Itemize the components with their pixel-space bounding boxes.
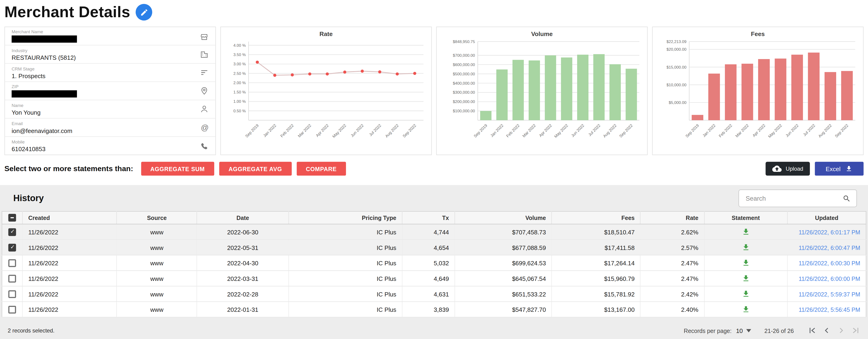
- date-cell: 2022-01-31: [197, 302, 288, 317]
- history-table-wrap: CreatedSourceDatePricing TypeTxVolumeFee…: [2, 211, 866, 317]
- table-row: 11/26/2022www2022-02-28IC Plus4,631$651,…: [2, 286, 866, 302]
- table-row: 11/26/2022www2022-06-30IC Plus4,744$707,…: [2, 224, 866, 240]
- dropdown-caret-icon: [746, 329, 751, 332]
- svg-text:Sep 2019: Sep 2019: [244, 123, 259, 139]
- fees-cell: $15,960.79: [552, 271, 641, 286]
- svg-text:Aug 2022: Aug 2022: [817, 123, 833, 139]
- volume-chart-title: Volume: [437, 30, 647, 37]
- svg-text:Sep 2022: Sep 2022: [618, 123, 633, 139]
- volume-cell: $547,827.70: [455, 302, 552, 317]
- statement-cell: [704, 224, 787, 240]
- tx-cell: 4,654: [402, 239, 455, 255]
- svg-text:Aug 2022: Aug 2022: [384, 123, 400, 139]
- excel-button[interactable]: Excel: [815, 162, 864, 176]
- svg-text:1.50 %: 1.50 %: [234, 90, 246, 94]
- download-statement-button[interactable]: [742, 274, 750, 283]
- person-icon: [200, 105, 209, 113]
- statement-cell: [704, 239, 787, 255]
- svg-text:May 2022: May 2022: [767, 123, 783, 139]
- source-cell: www: [117, 239, 197, 255]
- updated-link[interactable]: 11/26/2022, 6:00:30 PM: [799, 259, 860, 266]
- records-per-page-select[interactable]: 10: [736, 327, 751, 334]
- created-cell: 11/26/2022: [23, 286, 117, 302]
- rate-chart-title: Rate: [221, 30, 431, 37]
- svg-text:Apr 2022: Apr 2022: [752, 123, 766, 138]
- history-title: History: [13, 193, 44, 203]
- redacted-zip: [11, 90, 77, 97]
- aggregate-sum-button[interactable]: AGGREGATE SUM: [141, 162, 214, 176]
- date-cell: 2022-02-28: [197, 286, 288, 302]
- svg-text:Sep 2019: Sep 2019: [684, 123, 700, 139]
- svg-text:$20,000.00: $20,000.00: [666, 47, 686, 52]
- row-checkbox[interactable]: [8, 306, 16, 313]
- actions-row: Select two or more statements than: AGGR…: [4, 162, 864, 176]
- page: Merchant Details Merchant Name Industry: [0, 0, 868, 339]
- field-mobile: Mobile 6102410853: [5, 137, 215, 155]
- upload-button[interactable]: Upload: [766, 162, 810, 176]
- column-header-updated: Updated: [787, 211, 866, 224]
- column-header-date: Date: [197, 211, 288, 224]
- next-page-button[interactable]: [836, 326, 846, 336]
- fees-chart: $22,213.09$20,000.00$15,000.00$10,000.00…: [653, 38, 863, 152]
- fees-chart-title: Fees: [653, 30, 863, 37]
- select-all-checkbox[interactable]: [8, 214, 16, 222]
- created-cell: 11/26/2022: [23, 302, 117, 317]
- svg-text:$100,000.00: $100,000.00: [453, 109, 475, 113]
- updated-link[interactable]: 11/26/2022, 6:00:00 PM: [799, 275, 860, 282]
- row-checkbox[interactable]: [8, 290, 16, 298]
- volume-cell: $645,067.54: [455, 271, 552, 286]
- updated-cell: 11/26/2022, 6:00:47 PM: [787, 239, 866, 255]
- pricing_type-cell: IC Plus: [288, 302, 402, 317]
- compare-button[interactable]: COMPARE: [297, 162, 346, 176]
- svg-text:Feb 2022: Feb 2022: [279, 123, 294, 138]
- edit-button[interactable]: [136, 4, 152, 21]
- svg-text:$600,000.00: $600,000.00: [453, 62, 475, 67]
- updated-cell: 11/26/2022, 5:59:37 PM: [787, 286, 866, 302]
- svg-text:$700,000.00: $700,000.00: [453, 53, 475, 58]
- download-statement-button[interactable]: [742, 243, 750, 252]
- download-statement-button[interactable]: [742, 259, 750, 267]
- download-statement-button[interactable]: [742, 305, 750, 314]
- table-row: 11/26/2022www2022-01-31IC Plus3,839$547,…: [2, 302, 866, 317]
- last-page-button[interactable]: [850, 326, 860, 336]
- rate-cell: 2.57%: [641, 239, 704, 255]
- svg-text:3.00 %: 3.00 %: [234, 62, 246, 66]
- pricing_type-cell: IC Plus: [288, 271, 402, 286]
- svg-text:Aug 2022: Aug 2022: [602, 123, 618, 139]
- created-cell: 11/26/2022: [23, 239, 117, 255]
- volume-cell: $651,533.22: [455, 286, 552, 302]
- download-icon: [742, 243, 750, 252]
- aggregate-avg-button[interactable]: AGGREGATE AVG: [219, 162, 291, 176]
- updated-link[interactable]: 11/26/2022, 5:59:37 PM: [799, 291, 860, 298]
- redacted-merchant-name: [11, 35, 77, 43]
- row-checkbox[interactable]: [8, 244, 16, 251]
- volume-chart-card: Volume $848,950.75$700,000.00$600,000.00…: [436, 27, 648, 155]
- updated-link[interactable]: 11/26/2022, 5:56:45 PM: [799, 306, 860, 313]
- statement-cell: [704, 302, 787, 317]
- svg-text:$200,000.00: $200,000.00: [453, 99, 475, 104]
- phone-icon: [200, 142, 209, 150]
- updated-link[interactable]: 11/26/2022, 6:01:17 PM: [799, 229, 860, 235]
- volume-cell: $699,624.53: [455, 255, 552, 271]
- download-statement-button[interactable]: [742, 290, 750, 298]
- svg-text:$400,000.00: $400,000.00: [453, 81, 475, 86]
- updated-link[interactable]: 11/26/2022, 6:00:47 PM: [799, 244, 860, 251]
- field-email: Email ion@feenavigator.com @: [5, 119, 215, 137]
- statement-cell: [704, 286, 787, 302]
- svg-text:$5,000.00: $5,000.00: [669, 100, 686, 105]
- download-statement-button[interactable]: [742, 228, 750, 236]
- statement-cell: [704, 271, 787, 286]
- summary-cards-row: Merchant Name Industry RESTAURANTS (5812…: [4, 27, 864, 155]
- merchant-info-card: Merchant Name Industry RESTAURANTS (5812…: [4, 27, 216, 155]
- first-page-button[interactable]: [807, 326, 817, 336]
- table-row: 11/26/2022www2022-04-30IC Plus5,032$699,…: [2, 255, 866, 271]
- row-checkbox[interactable]: [8, 275, 16, 282]
- row-checkbox[interactable]: [8, 228, 16, 235]
- tx-cell: 3,839: [402, 302, 455, 317]
- history-header: History: [0, 185, 868, 211]
- search-input[interactable]: [745, 194, 843, 202]
- row-checkbox[interactable]: [8, 259, 16, 267]
- previous-page-button[interactable]: [822, 326, 832, 336]
- volume-cell: $677,088.59: [455, 239, 552, 255]
- search-icon: [842, 194, 851, 202]
